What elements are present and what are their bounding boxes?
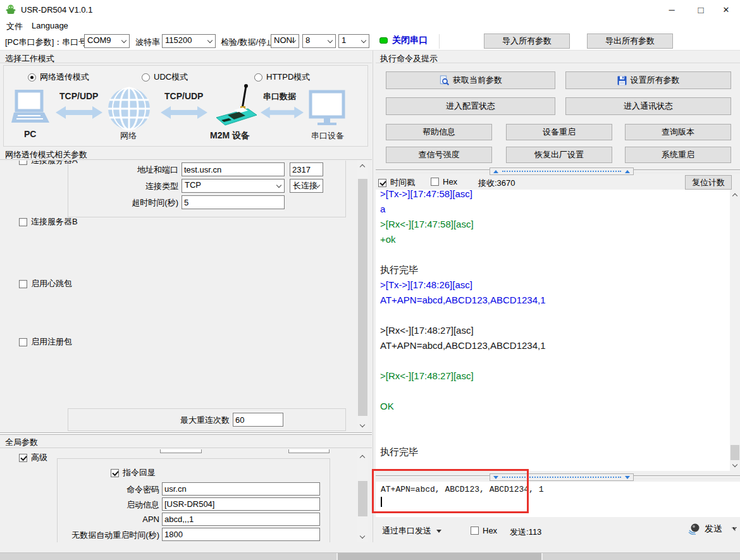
help-info-label: 帮助信息: [422, 126, 455, 138]
no-data-restart-input[interactable]: [162, 528, 320, 541]
minimize-button[interactable]: ─: [658, 0, 686, 19]
query-signal-button[interactable]: 查信号强度: [386, 147, 492, 163]
collapse-up-icon[interactable]: [493, 170, 498, 173]
timeout-input[interactable]: [182, 195, 285, 209]
import-params-button[interactable]: 导入所有参数: [484, 33, 570, 49]
menu-file[interactable]: 文件: [6, 21, 23, 32]
baud-combo[interactable]: 115200: [162, 34, 216, 48]
bottom-scrollbar[interactable]: [0, 552, 740, 560]
scroll-down-icon[interactable]: [730, 460, 740, 471]
device-restart-label: 设备重启: [543, 126, 576, 138]
scroll-down-icon[interactable]: [357, 532, 368, 542]
log-area[interactable]: >[Tx->][17:47:58][asc]a>[Rx<-][17:47:58]…: [376, 190, 731, 471]
com-port-combo[interactable]: COM9: [84, 34, 130, 48]
scrollbar-thumb[interactable]: [358, 179, 367, 416]
network-label: 网络: [120, 130, 137, 142]
arrow-icon: [56, 105, 102, 120]
bottom-scrollbar-thumb[interactable]: [336, 553, 543, 560]
dropdown-arrow-icon: [436, 530, 441, 533]
stopbits-combo[interactable]: 1: [338, 34, 369, 48]
boot-message-input[interactable]: [162, 497, 320, 511]
get-params-label: 获取当前参数: [453, 75, 502, 86]
conn-type-value: TCP: [185, 180, 201, 190]
register-checkbox[interactable]: 启用注册包: [19, 336, 72, 348]
menu-language[interactable]: Language: [32, 21, 68, 30]
max-retry-input[interactable]: [233, 413, 283, 427]
enter-config-button[interactable]: 进入配置状态: [386, 97, 555, 115]
collapse-up-icon[interactable]: [625, 170, 630, 173]
scroll-up-icon[interactable]: [357, 161, 368, 171]
factory-reset-button[interactable]: 恢复出厂设置: [506, 147, 612, 163]
device-restart-button[interactable]: 设备重启: [506, 124, 612, 140]
checkbox-icon: [431, 178, 439, 186]
checkbox-icon: [19, 280, 27, 288]
send-hex-checkbox[interactable]: Hex: [471, 526, 497, 535]
max-retry-label: 最大重连次数: [95, 415, 230, 426]
enter-config-label: 进入配置状态: [446, 100, 495, 112]
help-info-button[interactable]: 帮助信息: [386, 124, 492, 140]
resize-grip[interactable]: [731, 527, 737, 533]
serial-port-label: [PC串口参数]：串口号: [5, 37, 87, 48]
via-serial-dropdown[interactable]: 通过串口发送: [382, 525, 441, 537]
conn-type-combo[interactable]: TCP: [182, 179, 285, 193]
conn-mode-combo[interactable]: 长连接: [290, 179, 323, 193]
collapse-down-icon[interactable]: [625, 476, 630, 479]
close-button[interactable]: ✕: [712, 0, 740, 19]
log-line: [380, 247, 731, 262]
timestamp-checkbox[interactable]: 时间戳: [378, 177, 415, 188]
system-restart-button[interactable]: 系统重启: [625, 147, 731, 163]
enter-comm-button[interactable]: 进入通讯状态: [565, 97, 731, 115]
chevron-down-icon: [207, 38, 213, 43]
mode-radio-httpd[interactable]: HTTPD模式: [254, 71, 310, 83]
chevron-down-icon: [276, 183, 281, 188]
link1-label: TCP/UDP: [59, 91, 98, 101]
heartbeat-checkbox[interactable]: 启用心跳包: [19, 278, 72, 289]
close-port-button[interactable]: 关闭串口: [379, 35, 428, 46]
via-serial-label: 通过串口发送: [382, 525, 431, 537]
checkbox-icon: [19, 338, 27, 346]
mode-radio-udc[interactable]: UDC模式: [142, 71, 188, 83]
log-splitter-top[interactable]: [376, 167, 740, 175]
global-params-header: 全局参数: [5, 437, 38, 448]
serial-device-label: 串口设备: [311, 130, 344, 142]
set-params-button[interactable]: 设置所有参数: [565, 71, 731, 89]
m2m-module-icon: [213, 83, 259, 133]
app-icon: [5, 4, 16, 15]
baud-label: 波特率: [135, 37, 160, 48]
apn-input[interactable]: [162, 513, 320, 526]
reset-count-button[interactable]: 复位计数: [685, 175, 732, 190]
parity-label: 检验/数据/停止: [221, 37, 274, 48]
scrollbar-thumb[interactable]: [358, 481, 367, 516]
server-b-checkbox[interactable]: 连接服务器B: [19, 216, 78, 228]
mode-radio-transparent[interactable]: 网络透传模式: [28, 71, 89, 83]
databits-combo[interactable]: 8: [302, 34, 336, 48]
global-params-scrollbar[interactable]: [357, 451, 368, 542]
log-scrollbar[interactable]: [730, 190, 740, 471]
maximize-button[interactable]: □: [687, 0, 715, 19]
global-params-scroll-area: 高级 指令回显 命令密码 启动信息 APN 无数据自动重启时间(秒): [0, 449, 372, 542]
close-port-label: 关闭串口: [392, 35, 428, 46]
query-version-button[interactable]: 查询版本: [625, 124, 731, 140]
server-address-input[interactable]: [182, 162, 285, 176]
chevron-down-icon: [328, 38, 333, 43]
echo-checkbox[interactable]: 指令回显: [111, 467, 156, 478]
scroll-up-icon[interactable]: [357, 451, 368, 462]
scroll-down-icon[interactable]: [357, 420, 368, 431]
send-button[interactable]: 发送: [688, 523, 737, 535]
export-params-button[interactable]: 导出所有参数: [587, 33, 673, 49]
server-port-input[interactable]: [290, 162, 323, 176]
log-line: 执行完毕: [380, 262, 731, 277]
cmd-password-input[interactable]: [162, 482, 320, 496]
splitter-handle[interactable]: [490, 167, 634, 175]
advanced-checkbox[interactable]: 高级: [19, 452, 47, 463]
checkbox-icon: [19, 218, 27, 226]
net-params-scrollbar[interactable]: [357, 161, 368, 431]
status-bar: [0, 542, 740, 552]
scroll-up-icon[interactable]: [730, 190, 740, 200]
parity-combo[interactable]: NONI: [271, 34, 299, 48]
recv-hex-checkbox[interactable]: Hex: [431, 177, 457, 186]
com-port-value: COM9: [87, 35, 111, 45]
get-params-button[interactable]: 获取当前参数: [386, 71, 555, 89]
serial-toolbar: [PC串口参数]：串口号 COM9 波特率 115200 检验/数据/停止 NO…: [0, 32, 740, 51]
scrollbar-thumb[interactable]: [731, 445, 739, 460]
